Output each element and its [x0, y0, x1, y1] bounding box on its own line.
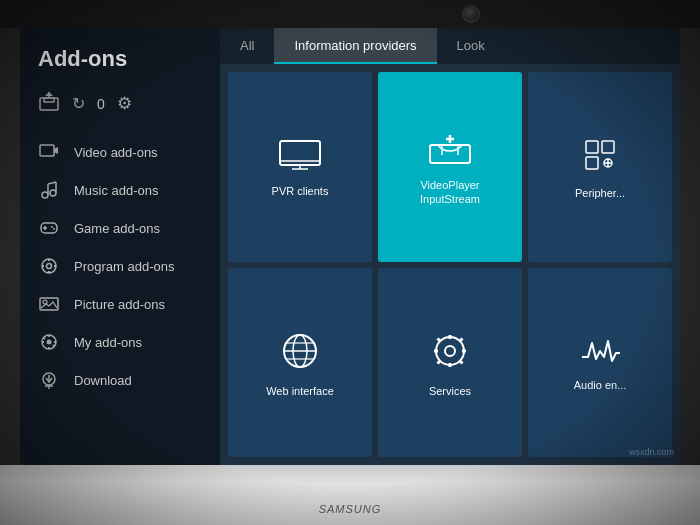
pvr-icon	[278, 139, 322, 176]
install-icon[interactable]	[38, 90, 60, 117]
video-label: Video add-ons	[74, 145, 158, 160]
svg-point-31	[47, 340, 52, 345]
refresh-icon[interactable]: ↻	[72, 94, 85, 113]
videoplayer-icon	[428, 131, 472, 170]
picture-label: Picture add-ons	[74, 297, 165, 312]
pvr-label: PVR clients	[272, 184, 329, 198]
program-icon	[38, 255, 60, 277]
tile-services[interactable]: Services	[378, 268, 522, 458]
sidebar-item-video[interactable]: Video add-ons	[20, 133, 220, 171]
sidebar-item-download[interactable]: Download	[20, 361, 220, 399]
svg-rect-0	[40, 98, 58, 110]
svg-marker-3	[45, 92, 53, 96]
camera-lens	[462, 5, 480, 23]
web-icon	[280, 331, 320, 376]
svg-line-10	[48, 182, 56, 184]
audio-label: Audio en...	[574, 378, 627, 392]
svg-line-67	[460, 338, 463, 341]
services-label: Services	[429, 384, 471, 398]
download-icon	[38, 369, 60, 391]
svg-rect-22	[40, 298, 58, 310]
svg-point-16	[42, 259, 56, 273]
svg-line-29	[44, 338, 46, 340]
sidebar-item-program[interactable]: Program add-ons	[20, 247, 220, 285]
tab-all[interactable]: All	[220, 28, 274, 64]
program-label: Program add-ons	[74, 259, 174, 274]
refresh-badge: 0	[97, 96, 105, 112]
peripherals-label: Peripher...	[575, 186, 625, 200]
music-icon	[38, 179, 60, 201]
svg-rect-49	[602, 141, 614, 153]
svg-line-65	[438, 338, 441, 341]
services-icon	[430, 331, 470, 376]
tile-pvr[interactable]: PVR clients	[228, 72, 372, 262]
samsung-logo: SAMSUNG	[319, 503, 382, 515]
svg-point-14	[51, 226, 53, 228]
sidebar-title: Add-ons	[20, 46, 220, 90]
svg-point-7	[50, 190, 56, 196]
svg-rect-48	[586, 141, 598, 153]
addon-grid: PVR clients	[220, 64, 680, 465]
monitor-bezel: SAMSUNG	[0, 465, 700, 525]
svg-line-30	[53, 345, 55, 347]
my-addons-label: My add-ons	[74, 335, 142, 350]
sidebar-item-my[interactable]: My add-ons	[20, 323, 220, 361]
svg-rect-41	[430, 145, 470, 163]
sidebar: Add-ons ↻ 0	[20, 28, 220, 465]
svg-point-23	[43, 300, 47, 304]
svg-rect-1	[44, 98, 54, 102]
video-icon	[38, 141, 60, 163]
game-label: Game add-ons	[74, 221, 160, 236]
main-content: All Information providers Look	[220, 28, 680, 465]
picture-icon	[38, 293, 60, 315]
web-label: Web interface	[266, 384, 334, 398]
my-addons-icon	[38, 331, 60, 353]
svg-point-21	[47, 264, 52, 269]
filter-tabs: All Information providers Look	[220, 28, 680, 64]
audio-icon	[580, 337, 620, 370]
tile-peripherals[interactable]: Peripher...	[528, 72, 672, 262]
camera-bar	[0, 0, 700, 28]
svg-rect-50	[586, 157, 598, 169]
svg-line-66	[460, 360, 463, 363]
game-icon	[38, 217, 60, 239]
sidebar-toolbar: ↻ 0 ⚙	[20, 90, 220, 133]
photo-background: Add-ons ↻ 0	[0, 0, 700, 525]
svg-rect-4	[40, 145, 54, 156]
watermark: wsxdn.com	[629, 447, 674, 457]
tab-information[interactable]: Information providers	[274, 28, 436, 64]
kodi-interface: Add-ons ↻ 0	[20, 28, 680, 465]
sidebar-item-music[interactable]: Music add-ons	[20, 171, 220, 209]
tile-videoplayer[interactable]: VideoPlayer InputStream	[378, 72, 522, 262]
music-label: Music add-ons	[74, 183, 159, 198]
svg-point-6	[42, 192, 48, 198]
svg-line-68	[438, 360, 441, 363]
peripherals-icon	[582, 137, 618, 178]
download-label: Download	[74, 373, 132, 388]
sidebar-item-game[interactable]: Game add-ons	[20, 209, 220, 247]
videoplayer-label: VideoPlayer InputStream	[420, 178, 480, 207]
screen: Add-ons ↻ 0	[20, 28, 680, 465]
tab-look[interactable]: Look	[437, 28, 505, 64]
settings-icon[interactable]: ⚙	[117, 93, 132, 114]
sidebar-item-picture[interactable]: Picture add-ons	[20, 285, 220, 323]
tile-web[interactable]: Web interface	[228, 268, 372, 458]
svg-point-15	[53, 228, 55, 230]
svg-point-59	[445, 346, 455, 356]
tile-audio[interactable]: Audio en...	[528, 268, 672, 458]
